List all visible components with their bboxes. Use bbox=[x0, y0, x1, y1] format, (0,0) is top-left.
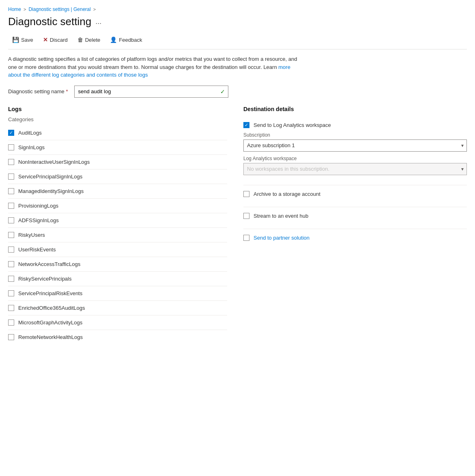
valid-icon: ✓ bbox=[220, 88, 225, 95]
dest-label-log-analytics: Send to Log Analytics workspace bbox=[254, 122, 331, 128]
log-item: MicrosoftGraphActivityLogs bbox=[8, 315, 227, 330]
log-label: NonInteractiveUserSignInLogs bbox=[18, 159, 90, 165]
log-item: AuditLogs bbox=[8, 126, 227, 140]
dest-item-log-analytics: Send to Log Analytics workspaceSubscript… bbox=[243, 116, 467, 185]
destination-section-title: Destination details bbox=[243, 106, 467, 112]
log-item: RemoteNetworkHealthLogs bbox=[8, 330, 227, 344]
dest-checkbox-partner-solution[interactable] bbox=[243, 235, 249, 241]
log-label: ServicePrincipalRiskEvents bbox=[18, 290, 82, 296]
dest-sub-field-label: Log Analytics workspace bbox=[243, 156, 467, 161]
log-item: EnrichedOffice365AuditLogs bbox=[8, 301, 227, 315]
log-item: UserRiskEvents bbox=[8, 242, 227, 257]
page-title-row: Diagnostic setting ... bbox=[8, 15, 467, 28]
log-checkbox-userriskevents[interactable] bbox=[8, 247, 14, 253]
save-label: Save bbox=[21, 37, 33, 43]
dest-item-event-hub: Stream to an event hub bbox=[243, 207, 467, 229]
log-checkbox-noninteractiveusersigninlogs[interactable] bbox=[8, 159, 14, 165]
feedback-label: Feedback bbox=[119, 37, 142, 43]
dest-sub-field-0-1: Log Analytics workspaceNo workspaces in … bbox=[243, 156, 467, 175]
dest-select-0[interactable]: Azure subscription 1 bbox=[243, 139, 467, 152]
page-title: Diagnostic setting bbox=[8, 15, 91, 28]
dest-sub-field-0-0: SubscriptionAzure subscription 1▾ bbox=[243, 132, 467, 152]
discard-icon: ✕ bbox=[43, 36, 48, 43]
log-label: SignInLogs bbox=[18, 144, 45, 150]
log-checkbox-serviceprincipalsigninlogs[interactable] bbox=[8, 174, 14, 180]
description-text1: A diagnostic setting specifies a list of… bbox=[8, 56, 297, 70]
log-checkbox-adfssigninlogs[interactable] bbox=[8, 217, 14, 223]
log-label: ServicePrincipalSignInLogs bbox=[18, 174, 82, 180]
save-icon: 💾 bbox=[12, 36, 19, 43]
breadcrumb: Home > Diagnostic settings | General > bbox=[8, 6, 467, 12]
log-label: RiskyUsers bbox=[18, 232, 45, 238]
log-label: AuditLogs bbox=[18, 130, 42, 136]
delete-button[interactable]: 🗑 Delete bbox=[73, 34, 105, 45]
dest-header-log-analytics: Send to Log Analytics workspace bbox=[243, 122, 467, 128]
page-container: Home > Diagnostic settings | General > D… bbox=[0, 0, 475, 351]
destination-items-list: Send to Log Analytics workspaceSubscript… bbox=[243, 116, 467, 251]
dest-header-partner-solution: Send to partner solution bbox=[243, 235, 467, 241]
log-label: UserRiskEvents bbox=[18, 247, 56, 253]
breadcrumb-sep2: > bbox=[93, 7, 96, 12]
log-item: ManagedIdentitySignInLogs bbox=[8, 184, 227, 199]
main-content: Logs Categories AuditLogsSignInLogsNonIn… bbox=[8, 106, 467, 344]
dest-item-storage-account: Archive to a storage account bbox=[243, 185, 467, 207]
setting-name-input-wrap: ✓ bbox=[74, 86, 228, 98]
log-items-list: AuditLogsSignInLogsNonInteractiveUserSig… bbox=[8, 126, 227, 344]
log-checkbox-serviceprincipalriskevents[interactable] bbox=[8, 290, 14, 296]
log-item: RiskyUsers bbox=[8, 228, 227, 242]
select-wrap: No workspaces in this subscription.▾ bbox=[243, 163, 467, 175]
log-checkbox-managedidentitysigninlogs[interactable] bbox=[8, 188, 14, 194]
select-wrap: Azure subscription 1▾ bbox=[243, 139, 467, 152]
dest-header-storage-account: Archive to a storage account bbox=[243, 191, 467, 197]
dest-checkbox-log-analytics[interactable] bbox=[243, 122, 249, 128]
log-checkbox-microsoftgraphactivitylogs[interactable] bbox=[8, 319, 14, 326]
discard-button[interactable]: ✕ Discard bbox=[39, 34, 72, 45]
dest-select-1: No workspaces in this subscription. bbox=[243, 163, 467, 175]
dest-header-event-hub: Stream to an event hub bbox=[243, 213, 467, 219]
log-item: ADFSSignInLogs bbox=[8, 213, 227, 228]
log-checkbox-riskyserviceprincipals[interactable] bbox=[8, 276, 14, 282]
log-label: RiskyServicePrincipals bbox=[18, 276, 71, 282]
log-item: ProvisioningLogs bbox=[8, 199, 227, 213]
log-label: NetworkAccessTrafficLogs bbox=[18, 261, 80, 267]
breadcrumb-home[interactable]: Home bbox=[8, 6, 21, 12]
discard-label: Discard bbox=[50, 37, 68, 43]
log-item: NetworkAccessTrafficLogs bbox=[8, 257, 227, 272]
setting-name-input[interactable] bbox=[74, 86, 228, 98]
dest-checkbox-event-hub[interactable] bbox=[243, 213, 249, 219]
log-checkbox-riskyusers[interactable] bbox=[8, 232, 14, 238]
breadcrumb-settings[interactable]: Diagnostic settings | General bbox=[28, 6, 90, 12]
log-checkbox-auditlogs[interactable] bbox=[8, 130, 14, 136]
log-checkbox-signinlogs[interactable] bbox=[8, 144, 14, 150]
dest-label-storage-account: Archive to a storage account bbox=[254, 191, 320, 197]
setting-name-label: Diagnostic setting name * bbox=[8, 88, 68, 94]
log-checkbox-remotenetworkhealthlogs[interactable] bbox=[8, 334, 14, 340]
delete-label: Delete bbox=[85, 37, 101, 43]
dest-item-partner-solution: Send to partner solution bbox=[243, 229, 467, 251]
dest-label-partner-solution: Send to partner solution bbox=[254, 235, 310, 241]
log-label: ManagedIdentitySignInLogs bbox=[18, 188, 84, 194]
log-item: ServicePrincipalRiskEvents bbox=[8, 286, 227, 301]
dest-label-event-hub: Stream to an event hub bbox=[254, 213, 308, 219]
save-button[interactable]: 💾 Save bbox=[8, 34, 37, 45]
destination-panel: Destination details Send to Log Analytic… bbox=[243, 106, 467, 344]
required-indicator: * bbox=[66, 88, 68, 94]
logs-sub-title: Categories bbox=[8, 116, 227, 122]
logs-section-title: Logs bbox=[8, 106, 227, 112]
logs-panel: Logs Categories AuditLogsSignInLogsNonIn… bbox=[8, 106, 227, 344]
log-item: SignInLogs bbox=[8, 140, 227, 155]
log-checkbox-provisioninglogs[interactable] bbox=[8, 203, 14, 209]
breadcrumb-sep1: > bbox=[24, 7, 26, 12]
log-item: NonInteractiveUserSignInLogs bbox=[8, 155, 227, 169]
log-checkbox-enrichedoffice365auditlogs[interactable] bbox=[8, 305, 14, 311]
log-checkbox-networkaccesstrafficlogs[interactable] bbox=[8, 261, 14, 267]
dest-checkbox-storage-account[interactable] bbox=[243, 191, 249, 197]
toolbar: 💾 Save ✕ Discard 🗑 Delete 👤 Feedback bbox=[8, 34, 467, 49]
feedback-button[interactable]: 👤 Feedback bbox=[106, 34, 146, 45]
more-options-icon[interactable]: ... bbox=[95, 17, 101, 26]
log-label: ProvisioningLogs bbox=[18, 203, 58, 209]
log-label: MicrosoftGraphActivityLogs bbox=[18, 319, 82, 326]
log-label: ADFSSignInLogs bbox=[18, 217, 59, 223]
feedback-icon: 👤 bbox=[110, 36, 117, 43]
log-label: RemoteNetworkHealthLogs bbox=[18, 334, 83, 340]
